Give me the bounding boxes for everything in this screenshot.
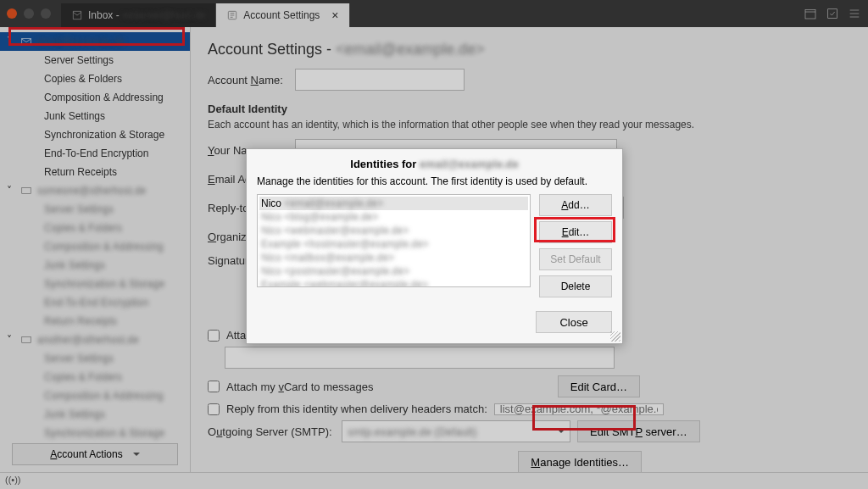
identity-row[interactable]: Nico <postmaster@example.de> [259,264,528,278]
resize-grip-icon[interactable] [610,331,620,342]
identities-list[interactable]: Nico <email@example.de> Nico <blog@examp… [257,194,531,287]
close-dialog-button[interactable]: Close [536,311,612,333]
identity-row[interactable]: Example <webmaster@example.de> [259,278,528,287]
delete-identity-button[interactable]: Delete [539,275,612,297]
add-identity-button[interactable]: Add… [539,194,612,216]
identity-row[interactable]: Example <hostmaster@example.de> [259,237,528,251]
edit-identity-button[interactable]: Edit… [539,221,612,243]
dialog-title: Identities for email@example.de [247,149,622,174]
identity-row[interactable]: Nico <blog@example.de> [259,210,528,224]
identity-row[interactable]: Nico <email@example.de> [259,197,528,210]
dialog-subtitle: Manage the identities for this account. … [247,174,622,194]
set-default-button[interactable]: Set Default [539,248,612,270]
identities-dialog: Identities for email@example.de Manage t… [246,148,623,344]
dialog-buttons: Add… Edit… Set Default Delete [539,194,612,297]
identity-row[interactable]: Nico <webmaster@example.de> [259,224,528,237]
app-window: Inbox - redacted@host.de Account Setting… [0,0,868,489]
identity-row[interactable]: Nico <mailbox@example.de> [259,251,528,264]
